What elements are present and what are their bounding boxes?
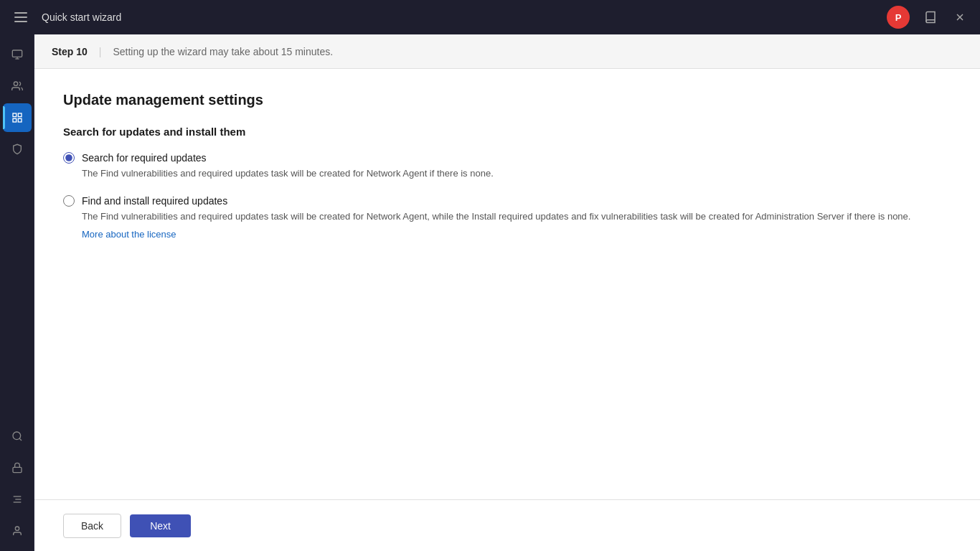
book-icon[interactable] — [921, 8, 940, 27]
svg-line-11 — [19, 438, 22, 441]
content-area: Step 10 | Setting up the wizard may take… — [34, 34, 980, 551]
sidebar-item-settings[interactable] — [3, 485, 32, 514]
radio-desc-1: The Find vulnerabilities and required up… — [82, 166, 951, 181]
wizard-title: Update management settings — [63, 92, 951, 108]
wizard-footer: Back Next — [34, 499, 980, 551]
sidebar-item-monitor[interactable] — [3, 40, 32, 69]
svg-rect-12 — [13, 467, 22, 472]
top-bar: Quick start wizard P — [0, 0, 980, 34]
license-link[interactable]: More about the license — [82, 229, 951, 240]
sidebar-item-search[interactable] — [3, 422, 32, 451]
top-bar-left: Quick start wizard — [11, 9, 121, 25]
step-description: Setting up the wizard may take about 15 … — [113, 46, 333, 57]
svg-rect-8 — [13, 118, 17, 122]
wizard-body: Update management settings Search for up… — [34, 69, 980, 499]
svg-point-16 — [15, 527, 19, 530]
sidebar-item-lock[interactable] — [3, 453, 32, 482]
sidebar-item-grid[interactable] — [3, 103, 32, 132]
radio-label-row-2: Find and install required updates — [63, 195, 951, 207]
radio-option-1: Search for required updates The Find vul… — [63, 152, 951, 181]
svg-point-10 — [13, 432, 21, 440]
back-button[interactable]: Back — [63, 514, 121, 538]
radio-option-2: Find and install required updates The Fi… — [63, 195, 951, 240]
radio-label-row-1: Search for required updates — [63, 152, 951, 164]
radio-label-2[interactable]: Find and install required updates — [82, 195, 227, 207]
svg-point-5 — [14, 82, 17, 85]
svg-rect-7 — [18, 113, 22, 117]
svg-rect-9 — [18, 118, 22, 122]
close-icon[interactable] — [951, 9, 969, 26]
radio-label-1[interactable]: Search for required updates — [82, 152, 207, 164]
radio-input-2[interactable] — [63, 195, 75, 207]
hamburger-menu[interactable] — [11, 9, 30, 25]
radio-input-1[interactable] — [63, 152, 75, 164]
sidebar — [0, 34, 34, 551]
step-bar: Step 10 | Setting up the wizard may take… — [34, 34, 980, 69]
top-bar-right: P — [887, 6, 969, 29]
next-button[interactable]: Next — [130, 514, 191, 537]
sidebar-item-shield[interactable] — [3, 135, 32, 164]
step-label: Step 10 — [52, 46, 88, 57]
section-title: Search for updates and install them — [63, 126, 951, 138]
main-layout: Step 10 | Setting up the wizard may take… — [0, 34, 980, 551]
svg-rect-2 — [12, 50, 22, 57]
step-divider: | — [99, 46, 102, 57]
radio-desc-2: The Find vulnerabilities and required up… — [82, 209, 951, 224]
svg-rect-6 — [13, 113, 17, 117]
app-title: Quick start wizard — [42, 11, 121, 23]
user-avatar[interactable]: P — [887, 6, 910, 29]
radio-group: Search for required updates The Find vul… — [63, 152, 951, 240]
sidebar-item-users[interactable] — [3, 72, 32, 100]
sidebar-item-user[interactable] — [3, 517, 32, 545]
